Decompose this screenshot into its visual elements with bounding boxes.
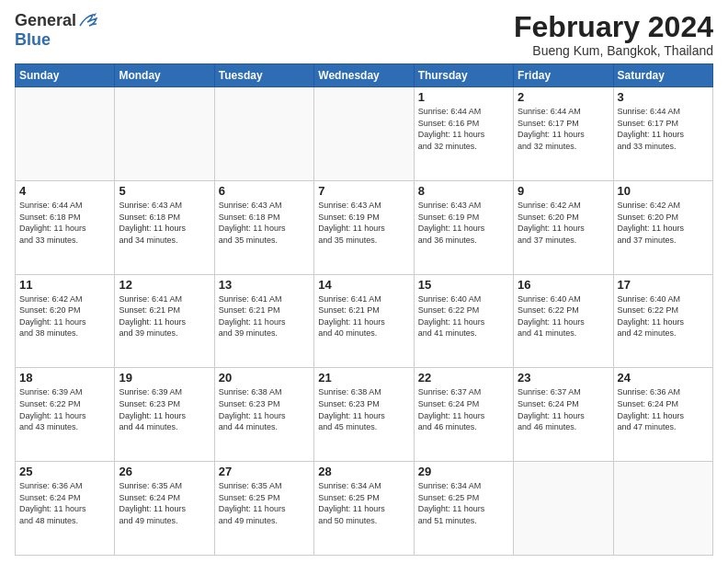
day-number: 27 xyxy=(219,465,310,478)
day-info: Sunrise: 6:43 AM Sunset: 6:18 PM Dayligh… xyxy=(219,200,310,246)
day-info: Sunrise: 6:44 AM Sunset: 6:17 PM Dayligh… xyxy=(518,106,609,152)
calendar-cell: 1Sunrise: 6:44 AM Sunset: 6:16 PM Daylig… xyxy=(414,87,513,181)
day-info: Sunrise: 6:41 AM Sunset: 6:21 PM Dayligh… xyxy=(219,293,310,339)
calendar-cell xyxy=(613,462,712,556)
day-info: Sunrise: 6:40 AM Sunset: 6:22 PM Dayligh… xyxy=(518,293,609,339)
day-number: 8 xyxy=(418,184,509,198)
day-info: Sunrise: 6:43 AM Sunset: 6:19 PM Dayligh… xyxy=(318,200,409,246)
day-number: 17 xyxy=(618,278,709,292)
day-number: 2 xyxy=(518,90,609,104)
day-info: Sunrise: 6:39 AM Sunset: 6:22 PM Dayligh… xyxy=(19,386,110,432)
calendar-cell: 4Sunrise: 6:44 AM Sunset: 6:18 PM Daylig… xyxy=(16,180,115,274)
calendar-cell: 28Sunrise: 6:34 AM Sunset: 6:25 PM Dayli… xyxy=(314,462,414,556)
calendar-cell xyxy=(16,87,115,181)
calendar-cell: 20Sunrise: 6:38 AM Sunset: 6:23 PM Dayli… xyxy=(214,368,313,462)
calendar-cell xyxy=(314,87,414,181)
day-info: Sunrise: 6:44 AM Sunset: 6:18 PM Dayligh… xyxy=(19,200,110,246)
calendar-week-4: 25Sunrise: 6:36 AM Sunset: 6:24 PM Dayli… xyxy=(16,462,713,556)
calendar-cell: 22Sunrise: 6:37 AM Sunset: 6:24 PM Dayli… xyxy=(414,368,513,462)
weekday-header-thursday: Thursday xyxy=(414,64,513,87)
day-info: Sunrise: 6:36 AM Sunset: 6:24 PM Dayligh… xyxy=(19,480,110,526)
calendar-cell: 2Sunrise: 6:44 AM Sunset: 6:17 PM Daylig… xyxy=(514,87,613,181)
day-info: Sunrise: 6:34 AM Sunset: 6:25 PM Dayligh… xyxy=(318,480,409,526)
calendar-cell: 6Sunrise: 6:43 AM Sunset: 6:18 PM Daylig… xyxy=(214,180,313,274)
day-info: Sunrise: 6:40 AM Sunset: 6:22 PM Dayligh… xyxy=(618,293,709,339)
calendar-cell: 13Sunrise: 6:41 AM Sunset: 6:21 PM Dayli… xyxy=(214,274,313,368)
day-info: Sunrise: 6:34 AM Sunset: 6:25 PM Dayligh… xyxy=(418,480,509,526)
calendar-cell xyxy=(214,87,313,181)
location: Bueng Kum, Bangkok, Thailand xyxy=(514,43,713,58)
day-info: Sunrise: 6:43 AM Sunset: 6:19 PM Dayligh… xyxy=(418,200,509,246)
day-number: 10 xyxy=(618,184,709,198)
weekday-header-friday: Friday xyxy=(514,64,613,87)
day-info: Sunrise: 6:42 AM Sunset: 6:20 PM Dayligh… xyxy=(518,200,609,246)
calendar-cell: 24Sunrise: 6:36 AM Sunset: 6:24 PM Dayli… xyxy=(613,368,712,462)
calendar-table: SundayMondayTuesdayWednesdayThursdayFrid… xyxy=(15,63,713,556)
calendar-week-1: 4Sunrise: 6:44 AM Sunset: 6:18 PM Daylig… xyxy=(16,180,713,274)
day-number: 15 xyxy=(418,278,509,292)
day-number: 25 xyxy=(19,465,110,478)
title-block: February 2024 Bueng Kum, Bangkok, Thaila… xyxy=(514,11,713,58)
day-info: Sunrise: 6:43 AM Sunset: 6:18 PM Dayligh… xyxy=(119,200,210,246)
day-number: 16 xyxy=(518,278,609,292)
day-number: 7 xyxy=(318,184,409,198)
calendar-cell xyxy=(115,87,214,181)
day-number: 26 xyxy=(119,465,210,478)
day-number: 5 xyxy=(119,184,210,198)
calendar-cell: 21Sunrise: 6:38 AM Sunset: 6:23 PM Dayli… xyxy=(314,368,414,462)
day-info: Sunrise: 6:37 AM Sunset: 6:24 PM Dayligh… xyxy=(418,386,509,432)
calendar-cell: 12Sunrise: 6:41 AM Sunset: 6:21 PM Dayli… xyxy=(115,274,214,368)
day-number: 13 xyxy=(219,278,310,292)
day-info: Sunrise: 6:37 AM Sunset: 6:24 PM Dayligh… xyxy=(518,386,609,432)
day-number: 24 xyxy=(618,371,709,385)
day-number: 12 xyxy=(119,278,210,292)
weekday-header-tuesday: Tuesday xyxy=(214,64,313,87)
day-info: Sunrise: 6:42 AM Sunset: 6:20 PM Dayligh… xyxy=(618,200,709,246)
day-number: 9 xyxy=(518,184,609,198)
day-info: Sunrise: 6:44 AM Sunset: 6:17 PM Dayligh… xyxy=(618,106,709,152)
day-info: Sunrise: 6:35 AM Sunset: 6:24 PM Dayligh… xyxy=(119,480,210,526)
day-number: 22 xyxy=(418,371,509,385)
weekday-header-sunday: Sunday xyxy=(16,64,115,87)
day-number: 18 xyxy=(19,371,110,385)
logo-bird-icon xyxy=(78,13,98,29)
day-info: Sunrise: 6:40 AM Sunset: 6:22 PM Dayligh… xyxy=(418,293,509,339)
weekday-header-saturday: Saturday xyxy=(613,64,712,87)
calendar-cell: 7Sunrise: 6:43 AM Sunset: 6:19 PM Daylig… xyxy=(314,180,414,274)
calendar-cell: 5Sunrise: 6:43 AM Sunset: 6:18 PM Daylig… xyxy=(115,180,214,274)
month-title: February 2024 xyxy=(514,11,713,43)
day-info: Sunrise: 6:44 AM Sunset: 6:16 PM Dayligh… xyxy=(418,106,509,152)
weekday-header-monday: Monday xyxy=(115,64,214,87)
day-number: 14 xyxy=(318,278,409,292)
day-info: Sunrise: 6:39 AM Sunset: 6:23 PM Dayligh… xyxy=(119,386,210,432)
day-number: 29 xyxy=(418,465,509,478)
day-info: Sunrise: 6:41 AM Sunset: 6:21 PM Dayligh… xyxy=(119,293,210,339)
weekday-header-row: SundayMondayTuesdayWednesdayThursdayFrid… xyxy=(16,64,713,87)
weekday-header-wednesday: Wednesday xyxy=(314,64,414,87)
page: General Blue February 2024 Bueng Kum, Ba… xyxy=(0,0,728,563)
day-number: 4 xyxy=(19,184,110,198)
day-number: 11 xyxy=(19,278,110,292)
calendar-cell: 11Sunrise: 6:42 AM Sunset: 6:20 PM Dayli… xyxy=(16,274,115,368)
calendar-cell: 16Sunrise: 6:40 AM Sunset: 6:22 PM Dayli… xyxy=(514,274,613,368)
calendar-week-0: 1Sunrise: 6:44 AM Sunset: 6:16 PM Daylig… xyxy=(16,87,713,181)
calendar-cell: 26Sunrise: 6:35 AM Sunset: 6:24 PM Dayli… xyxy=(115,462,214,556)
calendar-cell: 19Sunrise: 6:39 AM Sunset: 6:23 PM Dayli… xyxy=(115,368,214,462)
calendar-week-2: 11Sunrise: 6:42 AM Sunset: 6:20 PM Dayli… xyxy=(16,274,713,368)
day-info: Sunrise: 6:38 AM Sunset: 6:23 PM Dayligh… xyxy=(219,386,310,432)
header: General Blue February 2024 Bueng Kum, Ba… xyxy=(15,11,713,58)
logo-blue-text: Blue xyxy=(15,30,51,49)
logo: General Blue xyxy=(15,11,98,50)
calendar-cell: 3Sunrise: 6:44 AM Sunset: 6:17 PM Daylig… xyxy=(613,87,712,181)
day-info: Sunrise: 6:35 AM Sunset: 6:25 PM Dayligh… xyxy=(219,480,310,526)
calendar-cell: 29Sunrise: 6:34 AM Sunset: 6:25 PM Dayli… xyxy=(414,462,513,556)
day-info: Sunrise: 6:36 AM Sunset: 6:24 PM Dayligh… xyxy=(618,386,709,432)
logo-general-text: General xyxy=(15,11,76,30)
day-number: 19 xyxy=(119,371,210,385)
calendar-cell: 23Sunrise: 6:37 AM Sunset: 6:24 PM Dayli… xyxy=(514,368,613,462)
day-number: 3 xyxy=(618,90,709,104)
calendar-cell: 17Sunrise: 6:40 AM Sunset: 6:22 PM Dayli… xyxy=(613,274,712,368)
day-info: Sunrise: 6:38 AM Sunset: 6:23 PM Dayligh… xyxy=(318,386,409,432)
day-number: 21 xyxy=(318,371,409,385)
calendar-cell: 25Sunrise: 6:36 AM Sunset: 6:24 PM Dayli… xyxy=(16,462,115,556)
